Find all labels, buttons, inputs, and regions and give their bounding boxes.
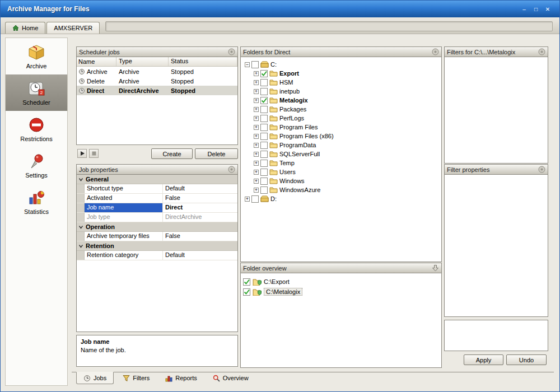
tab-amxserver[interactable]: AMXSERVER — [46, 22, 100, 34]
expand-icon[interactable]: + — [254, 143, 259, 148]
folder-checkbox[interactable] — [260, 97, 268, 104]
property-value[interactable]: False — [163, 194, 237, 203]
property-gutter — [77, 184, 85, 193]
undo-button[interactable]: Undo — [506, 354, 547, 365]
overview-checkbox[interactable] — [243, 288, 250, 296]
folder-checkbox[interactable] — [260, 79, 268, 86]
property-value[interactable]: Default — [163, 251, 237, 260]
job-row-direct[interactable]: DirectDirectArchiveStopped — [77, 86, 237, 95]
property-value[interactable]: DirectArchive — [163, 213, 237, 222]
bottom-tab-jobs[interactable]: Jobs — [76, 372, 114, 384]
create-button[interactable]: Create — [151, 148, 193, 159]
sidebar-item-statistics[interactable]: Statistics — [6, 184, 67, 220]
bottom-tab-filters[interactable]: Filters — [116, 372, 156, 384]
folder-item-inetpub[interactable]: +inetpub — [242, 87, 440, 96]
folder-item-windowsazure[interactable]: +WindowsAzure — [242, 185, 440, 194]
folder-checkbox[interactable] — [260, 151, 268, 158]
filters-funnel-icon — [123, 375, 130, 382]
expand-icon[interactable]: + — [254, 152, 259, 157]
expand-icon[interactable]: + — [254, 179, 259, 184]
property-row-job-type[interactable]: Job typeDirectArchive — [77, 213, 237, 222]
expand-icon[interactable]: + — [254, 161, 259, 166]
job-row-delete[interactable]: DeleteArchiveStopped — [77, 76, 237, 86]
bottom-tab-reports[interactable]: Reports — [158, 372, 204, 384]
minimize-button[interactable]: – — [519, 5, 529, 13]
sidebar-item-settings[interactable]: Settings — [6, 147, 67, 184]
job-row-archive[interactable]: ArchiveArchiveStopped — [77, 67, 237, 76]
close-button[interactable]: ✕ — [543, 5, 553, 13]
expand-icon[interactable]: + — [254, 116, 259, 121]
bottom-tab-overview[interactable]: Overview — [206, 372, 255, 384]
panel-pin-icon — [432, 48, 439, 55]
folder-checkbox[interactable] — [251, 61, 259, 68]
column-header-type[interactable]: Type — [116, 57, 169, 66]
folder-icon — [269, 88, 278, 95]
sidebar-item-scheduler[interactable]: 2Scheduler — [6, 74, 67, 111]
overview-item-c-export[interactable]: C:\Export — [243, 277, 439, 287]
column-header-status[interactable]: Status — [169, 57, 237, 66]
tab-home[interactable]: Home — [5, 22, 45, 34]
folder-item-windows[interactable]: +Windows — [242, 176, 440, 185]
expand-icon[interactable]: + — [254, 134, 259, 139]
property-row-shortcut-type[interactable]: Shortcut typeDefault — [77, 184, 237, 194]
expand-icon[interactable]: + — [254, 107, 259, 112]
folder-item-packages[interactable]: +Packages — [242, 105, 440, 114]
folder-checkbox[interactable] — [260, 133, 268, 140]
expand-icon[interactable]: + — [254, 71, 259, 76]
folder-item-programdata[interactable]: +ProgramData — [242, 141, 440, 150]
folder-checkbox[interactable] — [260, 169, 268, 176]
start-job-button[interactable] — [77, 149, 87, 158]
folder-item-temp[interactable]: +Temp — [242, 158, 440, 167]
overview-item-c-metalogix[interactable]: C:\Metalogix — [243, 287, 439, 297]
expand-icon[interactable]: + — [254, 188, 259, 193]
folder-item-sqlserverfull[interactable]: +SQLServerFull — [242, 150, 440, 158]
delete-button[interactable]: Delete — [195, 148, 238, 159]
expand-icon[interactable]: + — [245, 197, 250, 202]
folder-checkbox[interactable] — [260, 160, 268, 167]
sidebar-item-restrictions[interactable]: Restrictions — [6, 111, 67, 147]
folder-item-hsm[interactable]: +HSM — [242, 78, 440, 87]
property-value[interactable]: False — [163, 232, 237, 241]
property-row-retention-category[interactable]: Retention categoryDefault — [77, 251, 237, 260]
folder-checkbox[interactable] — [260, 178, 268, 185]
property-row-archive-temporary-files[interactable]: Archive temporary filesFalse — [77, 232, 237, 241]
folder-label: D: — [270, 195, 277, 202]
folder-label: HSM — [279, 79, 293, 86]
folder-checkbox[interactable] — [260, 115, 268, 122]
property-value[interactable]: Default — [163, 184, 237, 193]
column-header-name[interactable]: Name — [77, 57, 116, 66]
folder-checkbox[interactable] — [260, 88, 268, 95]
folder-item-users[interactable]: +Users — [242, 167, 440, 176]
apply-button[interactable]: Apply — [464, 354, 503, 365]
folder-item-export[interactable]: +Export — [242, 69, 440, 78]
folder-checkbox[interactable] — [260, 124, 268, 131]
collapse-icon[interactable]: − — [245, 62, 250, 67]
property-row-activated[interactable]: ActivatedFalse — [77, 194, 237, 203]
folder-checkbox[interactable] — [260, 106, 268, 113]
folder-item-metalogix[interactable]: +Metalogix — [242, 96, 440, 105]
folder-checkbox[interactable] — [260, 142, 268, 149]
expand-icon[interactable]: + — [254, 170, 259, 175]
property-group-operation[interactable]: Operation — [77, 222, 237, 232]
folder-checkbox[interactable] — [260, 186, 268, 194]
folder-item-d[interactable]: +D: — [242, 194, 440, 203]
overview-checkbox[interactable] — [243, 278, 250, 286]
folder-item-perflogs[interactable]: +PerfLogs — [242, 114, 440, 123]
folder-item-program-files-x86[interactable]: +Program Files (x86) — [242, 132, 440, 141]
folder-item-c[interactable]: −C: — [242, 60, 440, 69]
expand-icon[interactable]: + — [254, 80, 259, 85]
sidebar-item-archive[interactable]: Archive — [6, 38, 67, 74]
property-group-general[interactable]: General — [77, 175, 237, 184]
folder-checkbox[interactable] — [251, 195, 259, 203]
property-value[interactable]: Direct — [163, 203, 237, 212]
property-gutter — [77, 203, 85, 212]
property-group-retention[interactable]: Retention — [77, 241, 237, 251]
stop-job-button[interactable] — [89, 149, 99, 158]
property-row-job-name[interactable]: Job nameDirect — [77, 203, 237, 213]
expand-icon[interactable]: + — [254, 98, 259, 103]
expand-icon[interactable]: + — [254, 125, 259, 130]
folder-checkbox[interactable] — [260, 70, 268, 77]
folder-item-program-files[interactable]: +Program Files — [242, 123, 440, 132]
maximize-button[interactable]: □ — [531, 5, 541, 13]
expand-icon[interactable]: + — [254, 89, 259, 94]
